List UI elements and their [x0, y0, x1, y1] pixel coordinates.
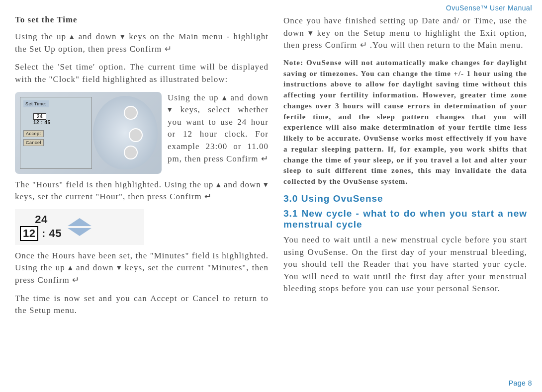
screen-title: Set Time: [23, 100, 49, 107]
finish-setup-p: Once you have finished setting up Date a… [283, 15, 527, 52]
header-product: OvuSense™ User Manual [446, 4, 532, 12]
screen-accept: Accept [23, 130, 44, 137]
device-btn-confirm-icon [129, 128, 143, 142]
section-3-heading: 3.0 Using OvuSense [283, 193, 527, 204]
device-btn-up-icon [124, 106, 138, 120]
device-side-text: Using the up ▴ and down ▾ keys, select w… [168, 92, 269, 174]
editor-sep: : 45 [38, 227, 62, 239]
device-illustration: Set Time: 24 12 : 45 Accept Cancel [15, 92, 162, 174]
editor-12-box: 12 [20, 226, 38, 241]
set-time-p3: The "Hours" field is then highlighted. U… [15, 179, 269, 203]
editor-24: 24 [21, 213, 62, 226]
editor-up-icon [68, 218, 91, 226]
device-btn-down-icon [124, 146, 138, 159]
screen-time: 12 : 45 [33, 120, 51, 125]
device-body-shape [93, 96, 158, 169]
set-time-p4: Once the Hours have been set, the "Minut… [15, 250, 269, 287]
editor-down-icon [68, 228, 91, 236]
left-column: To set the Time Using the up ▴ and down … [15, 15, 269, 323]
new-cycle-p: You need to wait until a new menstrual c… [283, 234, 527, 295]
set-time-p2: Select the 'Set time' option. The curren… [15, 61, 269, 85]
right-column: Once you have finished setting up Date a… [283, 15, 527, 323]
set-time-title: To set the Time [15, 15, 269, 25]
set-time-p5: The time is now set and you can Accept o… [15, 293, 269, 317]
device-screen: Set Time: 24 12 : 45 Accept Cancel [20, 97, 92, 169]
note-text: Note: OvuSense will not automatically ma… [283, 58, 527, 187]
screen-cancel: Cancel [23, 139, 44, 146]
set-time-p1: Using the up ▴ and down ▾ keys on the Ma… [15, 31, 269, 55]
page-number: Page 8 [509, 379, 532, 387]
section-3-1-heading: 3.1 New cycle - what to do when you star… [283, 208, 527, 230]
screen-24-box: 24 [33, 113, 46, 120]
time-editor-illustration: 24 12 : 45 [15, 209, 144, 245]
